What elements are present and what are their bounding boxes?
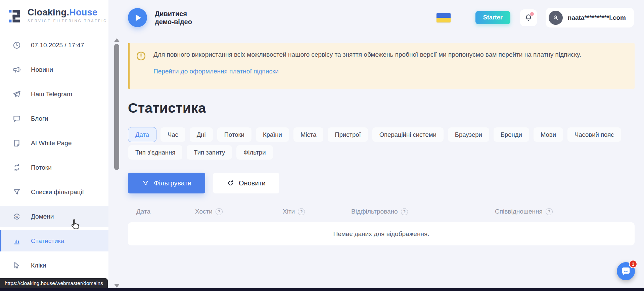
demo-video-play-button[interactable]: [128, 8, 147, 27]
svg-text:w: w: [15, 215, 18, 218]
empty-state-text: Немає даних для відображення.: [333, 230, 429, 238]
column-header-date: Дата: [136, 208, 195, 215]
brand-primary: Cloaking.: [28, 7, 69, 17]
user-account-menu[interactable]: naata**********l.com: [546, 8, 634, 27]
sidebar-item-clicks[interactable]: Кліки: [0, 255, 108, 276]
filter-chip-operating-systems[interactable]: Операційні системи: [372, 127, 444, 142]
logo[interactable]: Cloaking.House SERVICE FILTERING TRAFFIC: [0, 0, 108, 24]
filter-chips-row-1: Дата Час Дні Потоки Країни Міста Пристро…: [128, 127, 635, 142]
refresh-icon: [227, 179, 234, 187]
demo-video-label-line1: Дивитися: [155, 10, 192, 18]
cursor-arrow-icon: [12, 261, 21, 270]
user-email: naata**********l.com: [568, 14, 626, 21]
filter-chip-time[interactable]: Час: [160, 127, 186, 142]
clock-icon: [12, 41, 21, 50]
filter-chip-request-type[interactable]: Тип запиту: [186, 145, 232, 160]
help-icon[interactable]: ?: [546, 208, 553, 215]
column-label: Хіти: [283, 208, 295, 215]
filter-chip-timezone[interactable]: Часовий пояс: [567, 127, 622, 142]
demo-video-label[interactable]: Дивитися демо-відео: [155, 10, 192, 26]
topbar: Дивитися демо-відео Starter naata*******…: [108, 0, 644, 35]
banner-body: Для повного використання всіх можливосте…: [153, 51, 581, 81]
actions-row: Фільтрувати Оновити: [128, 173, 635, 193]
topbar-right: Starter naata**********l.com: [436, 8, 634, 27]
sidebar-item-filter-lists[interactable]: Списки фільтрації: [0, 181, 108, 202]
filter-chip-connection-type[interactable]: Тип з'єднання: [128, 145, 183, 160]
trial-warning-banner: Для повного використання всіх можливосте…: [128, 43, 635, 89]
column-header-ratio: Співвідношення ?: [495, 208, 626, 215]
notification-dot: [530, 12, 534, 16]
content: Для повного використання всіх можливосте…: [108, 43, 644, 245]
person-icon: [552, 14, 560, 22]
avatar: [549, 11, 563, 25]
filter-chip-streams[interactable]: Потоки: [217, 127, 252, 142]
filter-chip-brands[interactable]: Бренди: [493, 127, 530, 142]
funnel-icon: [12, 188, 21, 196]
sidebar-item-ai-white-page[interactable]: AI White Page: [0, 132, 108, 154]
sidebar-item-label: Новини: [31, 66, 53, 73]
filter-chip-days[interactable]: Дні: [189, 127, 213, 142]
brand-accent: House: [69, 7, 97, 17]
brand-tagline: SERVICE FILTERING TRAFFIC: [28, 19, 107, 23]
sidebar-item-domains[interactable]: w Домени: [0, 206, 108, 227]
refresh-button[interactable]: Оновити: [213, 173, 279, 193]
column-label: Відфільтровано: [351, 208, 398, 215]
logo-text: Cloaking.House SERVICE FILTERING TRAFFIC: [28, 7, 107, 23]
warning-icon: [136, 51, 146, 61]
help-icon[interactable]: ?: [401, 208, 408, 215]
sidebar-item-label: Списки фільтрації: [31, 188, 84, 196]
sidebar: Cloaking.House SERVICE FILTERING TRAFFIC…: [0, 0, 108, 288]
sidebar-item-label: Наш Telegram: [31, 91, 72, 98]
banner-text: Для повного використання всіх можливосте…: [153, 51, 581, 59]
sidebar-item-streams[interactable]: Потоки: [0, 157, 108, 178]
sidebar-item-statistics[interactable]: Статистика: [0, 230, 108, 251]
main-area: Дивитися демо-відео Starter naata*******…: [108, 0, 644, 288]
filter-chip-cities[interactable]: Міста: [293, 127, 324, 142]
mouse-hand-cursor: [70, 219, 81, 231]
filter-button[interactable]: Фільтрувати: [128, 173, 205, 193]
sidebar-item-telegram[interactable]: Наш Telegram: [0, 83, 108, 105]
filter-chip-devices[interactable]: Пристрої: [327, 127, 368, 142]
sidebar-item-label: Кліки: [31, 262, 46, 269]
filter-chip-languages[interactable]: Мови: [533, 127, 563, 142]
sidebar-item-label: Потоки: [31, 164, 52, 171]
sidebar-item-label: AI White Page: [31, 139, 72, 147]
filter-chip-countries[interactable]: Країни: [256, 127, 289, 142]
plan-starter-button[interactable]: Starter: [475, 11, 510, 24]
flag-yellow-stripe: [436, 18, 451, 22]
paper-plane-icon: [12, 90, 21, 99]
chat-unread-badge: 1: [629, 260, 637, 268]
sidebar-item-datetime: 07.10.2025 / 17:47: [0, 35, 108, 56]
funnel-white-icon: [142, 179, 149, 187]
refresh-button-label: Оновити: [239, 179, 266, 187]
bar-chart-icon: [12, 237, 21, 245]
brand-name: Cloaking.House: [28, 7, 107, 18]
sidebar-item-blogs[interactable]: Блоги: [0, 108, 108, 129]
sync-arrows-icon: [12, 163, 21, 172]
sidebar-item-label: Блоги: [31, 115, 48, 122]
notifications-button[interactable]: [520, 9, 537, 26]
sidebar-item-news[interactable]: Новини: [0, 59, 108, 80]
filter-chip-browsers[interactable]: Браузери: [448, 127, 490, 142]
column-label: Дата: [136, 208, 150, 215]
sidebar-item-label: 07.10.2025 / 17:47: [31, 42, 84, 49]
sidebar-item-label: Домени: [31, 213, 54, 220]
language-flag-ukraine[interactable]: [436, 13, 451, 22]
chat-widget-button[interactable]: 1: [617, 262, 635, 280]
sidebar-item-label: Статистика: [31, 237, 64, 245]
play-icon: [136, 14, 141, 21]
help-icon[interactable]: ?: [298, 208, 305, 215]
sidebar-nav: 07.10.2025 / 17:47 Новини Наш Telegram Б…: [0, 35, 108, 276]
column-header-hits: Хіти ?: [283, 208, 351, 215]
column-header-hosts: Хости ?: [195, 208, 283, 215]
demo-video-label-line2: демо-відео: [155, 18, 192, 26]
filter-button-label: Фільтрувати: [154, 179, 191, 187]
filter-chip-date[interactable]: Дата: [128, 127, 156, 142]
filter-chip-filters[interactable]: Фільтри: [236, 145, 273, 160]
stats-table-header: Дата Хости ? Хіти ? Відфільтровано ? Спі…: [128, 208, 635, 215]
column-label: Співвідношення: [495, 208, 543, 215]
page-icon: [12, 139, 21, 148]
link-preview-statusbar: https://cloaking.house/webmaster/domains: [0, 278, 108, 288]
help-icon[interactable]: ?: [216, 208, 223, 215]
subscription-link[interactable]: Перейти до оформлення платної підписки: [153, 68, 279, 75]
